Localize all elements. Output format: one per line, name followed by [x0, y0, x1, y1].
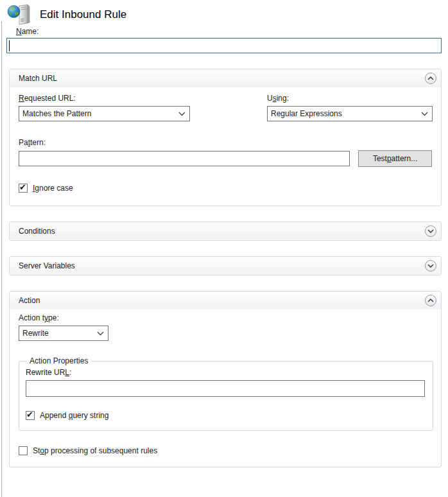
pattern-label: Pattern:: [19, 138, 432, 147]
section-header-server-variables[interactable]: Server Variables: [10, 257, 441, 275]
stop-processing-checkbox[interactable]: Stop processing of subsequent rules: [19, 446, 432, 455]
section-body-match-url: Requested URL: Matches the Pattern Using…: [10, 87, 441, 205]
dialog-header: Edit Inbound Rule: [0, 0, 448, 27]
name-input[interactable]: [6, 38, 442, 53]
ignore-case-label: Ignore case: [33, 184, 73, 193]
ignore-case-checkbox[interactable]: Ignore case: [19, 184, 432, 193]
section-action: Action Action type: Rewrite Action Prope…: [9, 291, 442, 467]
section-title: Action: [19, 296, 425, 305]
action-properties-title: Action Properties: [27, 356, 90, 365]
text-caret: [9, 40, 10, 51]
action-type-dropdown[interactable]: Rewrite: [19, 326, 108, 341]
section-conditions: Conditions: [9, 222, 442, 241]
name-label: Name:: [16, 27, 448, 36]
chevron-down-icon[interactable]: [425, 225, 436, 237]
rewrite-url-label: Rewrite URL:: [26, 368, 425, 377]
container-edge-divider: [1, 21, 2, 497]
page-title: Edit Inbound Rule: [40, 8, 126, 21]
section-header-match-url[interactable]: Match URL: [10, 69, 441, 87]
checkbox-box[interactable]: [19, 446, 28, 455]
checkbox-box[interactable]: [26, 411, 35, 420]
test-pattern-button[interactable]: Test pattern...: [358, 150, 432, 167]
chevron-down-icon[interactable]: [425, 260, 436, 272]
chevron-up-icon[interactable]: [425, 73, 436, 84]
section-title: Server Variables: [19, 261, 425, 270]
using-dropdown[interactable]: Regular Expressions: [267, 106, 433, 121]
requested-url-label: Requested URL:: [19, 94, 190, 103]
section-header-action[interactable]: Action: [10, 292, 441, 310]
dropdown-arrow-icon: [421, 112, 428, 116]
section-header-conditions[interactable]: Conditions: [10, 222, 441, 240]
action-type-label: Action type:: [19, 313, 432, 322]
action-type-value: Rewrite: [22, 329, 97, 338]
dropdown-arrow-icon: [178, 112, 185, 116]
iis-site-icon: [6, 4, 32, 27]
section-server-variables: Server Variables: [9, 256, 442, 275]
chevron-up-icon[interactable]: [425, 295, 436, 306]
requested-url-dropdown[interactable]: Matches the Pattern: [19, 106, 190, 121]
action-properties-group: Action Properties Rewrite URL: Append qu…: [19, 356, 433, 431]
dropdown-arrow-icon: [97, 331, 104, 336]
section-title: Conditions: [19, 227, 425, 236]
using-label: Using:: [267, 94, 433, 103]
rewrite-url-input[interactable]: [26, 380, 425, 397]
section-body-action: Action type: Rewrite Action Properties R…: [10, 310, 441, 467]
append-query-string-label: Append query string: [40, 411, 108, 420]
checkbox-box[interactable]: [19, 184, 28, 193]
using-value: Regular Expressions: [271, 109, 421, 118]
append-query-string-checkbox[interactable]: Append query string: [26, 411, 425, 420]
pattern-input[interactable]: [19, 151, 350, 166]
section-match-url: Match URL Requested URL: Matches the Pat…: [9, 69, 442, 206]
section-title: Match URL: [19, 74, 425, 83]
requested-url-value: Matches the Pattern: [22, 109, 178, 118]
stop-processing-label: Stop processing of subsequent rules: [33, 446, 157, 455]
